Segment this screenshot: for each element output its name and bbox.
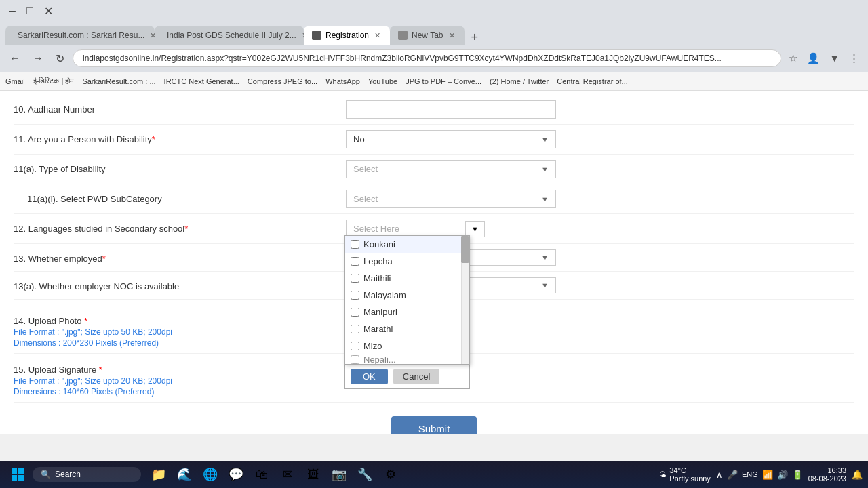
checkbox-manipuri[interactable] xyxy=(351,308,359,317)
disability-type-control: Select ▼ xyxy=(346,160,854,178)
tab-close-1[interactable]: ✕ xyxy=(149,31,155,40)
dropdown-item-manipuri[interactable]: Manipuri xyxy=(345,304,469,321)
checkbox-malayalam[interactable] xyxy=(351,291,359,300)
bookmark-icon[interactable]: ☆ xyxy=(785,51,801,66)
back-button[interactable]: ← xyxy=(5,51,24,66)
checkbox-lepcha[interactable] xyxy=(351,257,359,266)
dropdown-item-konkani[interactable]: Konkani xyxy=(345,236,469,253)
taskbar-search[interactable]: 🔍 Search xyxy=(33,467,141,482)
tab-close-4[interactable]: ✕ xyxy=(448,31,456,40)
bookmark-irctc[interactable]: IRCTC Next Generat... xyxy=(164,77,239,85)
taskbar-gallery[interactable]: 📷 xyxy=(327,464,351,485)
disability-subcat-select[interactable]: Select ▼ xyxy=(346,190,556,208)
extensions-icon[interactable]: ▼ xyxy=(826,51,843,66)
dropdown-item-maithili[interactable]: Maithili xyxy=(345,270,469,287)
submit-button[interactable]: Submit xyxy=(391,416,477,434)
weather-temp: 34°C xyxy=(669,466,711,474)
taskbar-apps: 📁 🌊 🌐 💬 🛍 ✉ 🖼 📷 🔧 ⚙ xyxy=(146,464,403,485)
maximize-icon[interactable]: □ xyxy=(22,5,37,18)
disability-arrow-icon: ▼ xyxy=(541,136,549,144)
taskbar-edge[interactable]: 🌊 xyxy=(172,464,197,485)
disability-type-select[interactable]: Select ▼ xyxy=(346,160,556,178)
dropdown-item-mizo[interactable]: Mizo xyxy=(345,338,469,354)
battery-icon[interactable]: 🔋 xyxy=(792,470,803,480)
time-value: 16:33 xyxy=(808,466,846,474)
taskbar-photos[interactable]: 🖼 xyxy=(301,464,326,485)
dropdown-item-marathi[interactable]: Marathi xyxy=(345,321,469,338)
taskbar-teams[interactable]: 💬 xyxy=(224,464,248,485)
profile-icon[interactable]: 👤 xyxy=(804,51,823,66)
checkbox-mizo[interactable] xyxy=(351,342,359,350)
bookmark-edistrict[interactable]: ई-डिस्टिक | होम xyxy=(33,77,75,85)
bookmark-youtube[interactable]: YouTube xyxy=(368,77,397,85)
languages-label: 12. Languages studied in Secondary schoo… xyxy=(14,220,346,234)
tab-label-1: SarkariResult.com : Sarkari Resu... xyxy=(18,30,144,40)
tab-indiapost[interactable]: India Post GDS Schedule II July 2... ✕ xyxy=(155,26,304,45)
disability-subcat-row: 11(a)(i). Select PWD SubCategory Select … xyxy=(14,184,854,214)
languages-arrow-icon[interactable]: ▼ xyxy=(465,221,485,237)
bookmark-jpg2pdf[interactable]: JPG to PDF – Conve... xyxy=(406,77,481,85)
minimize-icon[interactable]: – xyxy=(5,5,20,18)
tab-sarkari[interactable]: SarkariResult.com : Sarkari Resu... ✕ xyxy=(5,26,155,45)
tab-bar: SarkariResult.com : Sarkari Resu... ✕ In… xyxy=(0,22,868,45)
dropdown-item-more[interactable]: Nepali... xyxy=(345,354,469,364)
checkbox-konkani[interactable] xyxy=(351,240,359,249)
bookmark-whatsapp[interactable]: WhatsApp xyxy=(326,77,360,85)
start-button[interactable] xyxy=(5,464,30,485)
dropdown-item-lepcha[interactable]: Lepcha xyxy=(345,253,469,270)
taskbar-time-display[interactable]: 16:33 08-08-2023 xyxy=(808,466,846,483)
taskbar-extra2[interactable]: ⚙ xyxy=(378,464,403,485)
taskbar-right: 🌤 34°C Partly sunny ∧ 🎤 ENG 📶 🔊 🔋 16:33 … xyxy=(659,466,863,483)
languages-dropdown: Konkani Lepcha Maithili Malayalam xyxy=(344,235,470,389)
volume-icon[interactable]: 🔊 xyxy=(777,470,788,480)
dropdown-label-mizo: Mizo xyxy=(363,341,382,351)
dropdown-label-malayalam: Malayalam xyxy=(363,290,406,300)
dropdown-list-wrapper: Konkani Lepcha Maithili Malayalam xyxy=(344,235,470,389)
tab-registration[interactable]: Registration ✕ xyxy=(304,26,390,45)
url-bar[interactable]: indiapostgdsonline.in/Registration.aspx?… xyxy=(73,49,781,67)
mic-icon[interactable]: 🎤 xyxy=(727,470,738,480)
tab-close-3[interactable]: ✕ xyxy=(373,31,382,40)
disability-row: 11. Are you a Person with Disability* No… xyxy=(14,125,854,155)
close-icon[interactable]: ✕ xyxy=(40,5,57,18)
weather-condition: Partly sunny xyxy=(669,474,711,483)
disability-select[interactable]: No ▼ xyxy=(346,130,556,148)
taskbar-extra1[interactable]: 🔧 xyxy=(353,464,377,485)
chevron-up-icon[interactable]: ∧ xyxy=(716,470,723,480)
wifi-icon[interactable]: 📶 xyxy=(762,470,773,480)
dropdown-scrollbar[interactable] xyxy=(461,236,469,364)
new-tab-button[interactable]: + xyxy=(467,30,483,45)
reload-button[interactable]: ↻ xyxy=(52,51,68,66)
disability-type-row: 11(a). Type of Disability Select ▼ xyxy=(14,155,854,184)
aadhaar-input[interactable] xyxy=(346,100,556,119)
taskbar-mail[interactable]: ✉ xyxy=(275,464,300,485)
dropdown-ok-button[interactable]: OK xyxy=(351,369,388,384)
upload-photo-dimensions: Dimensions : 200*230 Pixels (Preferred) xyxy=(14,338,346,348)
language-label: ENG xyxy=(742,470,758,479)
notification-icon[interactable]: 🔔 xyxy=(852,470,863,480)
dropdown-label-manipuri: Manipuri xyxy=(363,307,397,317)
dropdown-list: Konkani Lepcha Maithili Malayalam xyxy=(344,235,470,365)
bookmark-sarkari[interactable]: SarkariResult.com : ... xyxy=(82,77,155,85)
disability-subcat-arrow-icon: ▼ xyxy=(541,195,549,203)
svg-rect-0 xyxy=(12,468,17,474)
tab-newtab[interactable]: New Tab ✕ xyxy=(390,26,464,45)
bookmark-compress[interactable]: Compress JPEG to... xyxy=(248,77,317,85)
menu-icon[interactable]: ⋮ xyxy=(846,51,863,66)
checkbox-marathi[interactable] xyxy=(351,325,359,333)
extra2-icon: ⚙ xyxy=(385,467,396,482)
checkbox-maithili[interactable] xyxy=(351,274,359,283)
bookmark-twitter[interactable]: (2) Home / Twitter xyxy=(490,77,549,85)
dropdown-item-malayalam[interactable]: Malayalam xyxy=(345,287,469,304)
forward-button[interactable]: → xyxy=(28,51,47,66)
upload-signature-label: 15. Upload Signature * File Format : ".j… xyxy=(14,361,346,396)
checkbox-more[interactable] xyxy=(351,355,359,364)
date-value: 08-08-2023 xyxy=(808,474,846,483)
tab-favicon-4 xyxy=(398,30,408,40)
bookmark-gmail[interactable]: Gmail xyxy=(5,77,25,85)
bookmark-central[interactable]: Central Registrar of... xyxy=(557,77,628,85)
taskbar-explorer[interactable]: 📁 xyxy=(146,464,171,485)
dropdown-cancel-button[interactable]: Cancel xyxy=(393,369,439,384)
taskbar-store[interactable]: 🛍 xyxy=(250,464,274,485)
taskbar-chrome[interactable]: 🌐 xyxy=(198,464,222,485)
